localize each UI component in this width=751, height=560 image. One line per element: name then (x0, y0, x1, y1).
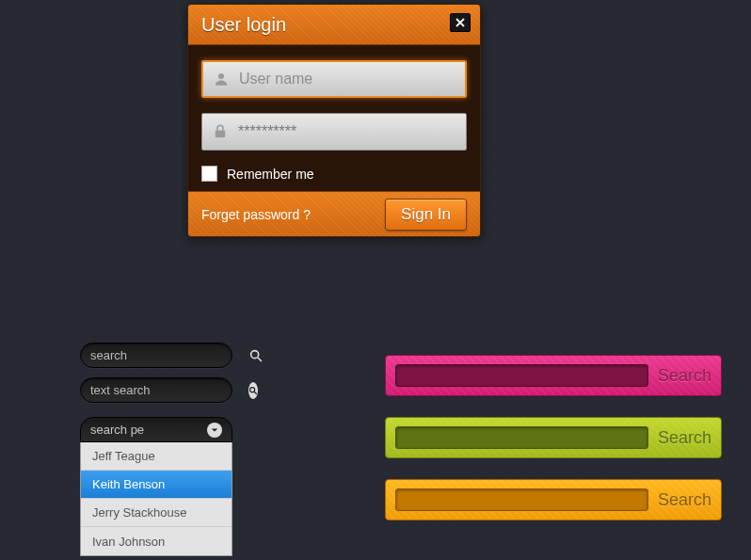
lock-icon (212, 123, 229, 140)
pink-search-input[interactable] (395, 364, 648, 387)
login-body: Remember me (188, 45, 480, 191)
forgot-password-link[interactable]: Forget password ? (201, 207, 311, 222)
dropdown-query: search pe (90, 423, 144, 437)
green-search-input[interactable] (395, 426, 648, 449)
green-search-button[interactable]: Search (658, 428, 711, 448)
search-input-2[interactable] (90, 383, 248, 397)
dropdown-item[interactable]: Keith Benson (81, 471, 232, 499)
green-search-bar: Search (385, 417, 722, 458)
svg-point-2 (251, 350, 259, 358)
close-icon (455, 14, 465, 31)
chevron-down-icon (207, 423, 222, 438)
dark-search-1 (80, 343, 232, 368)
pink-search-button[interactable]: Search (658, 366, 711, 386)
remember-checkbox[interactable] (201, 166, 217, 182)
login-title: User login (201, 14, 286, 36)
dropdown-item[interactable]: Jerry Stackhouse (81, 499, 232, 527)
svg-rect-1 (216, 131, 226, 138)
dark-search-2 (80, 377, 232, 403)
search-icon[interactable] (248, 382, 258, 399)
signin-button[interactable]: Sign In (385, 199, 467, 231)
remember-label: Remember me (227, 167, 314, 182)
username-field-wrap (201, 60, 467, 98)
password-input[interactable] (238, 114, 456, 150)
search-icon[interactable] (248, 348, 264, 363)
close-button[interactable] (450, 13, 471, 32)
user-icon (213, 71, 230, 88)
dropdown-item[interactable]: Ivan Johnson (81, 527, 232, 555)
orange-search-input[interactable] (395, 488, 648, 511)
svg-line-3 (258, 358, 262, 361)
orange-search-button[interactable]: Search (658, 490, 711, 510)
pink-search-bar: Search (385, 355, 722, 396)
dropdown-item[interactable]: Jeff Teague (81, 442, 232, 471)
svg-point-0 (218, 73, 224, 79)
svg-point-4 (250, 387, 255, 392)
people-dropdown: search pe Jeff Teague Keith Benson Jerry… (80, 417, 232, 556)
dropdown-toggle[interactable]: search pe (80, 417, 232, 442)
dropdown-list: Jeff Teague Keith Benson Jerry Stackhous… (80, 442, 232, 556)
login-footer: Forget password ? Sign In (188, 191, 480, 236)
login-panel: User login Remember me Forget password ?… (187, 4, 481, 237)
svg-line-5 (254, 392, 257, 394)
remember-row: Remember me (201, 166, 467, 182)
orange-search-bar: Search (385, 479, 722, 520)
search-input-1[interactable] (90, 348, 248, 362)
password-field-wrap (201, 113, 467, 151)
login-header: User login (188, 5, 480, 45)
username-input[interactable] (239, 62, 455, 96)
